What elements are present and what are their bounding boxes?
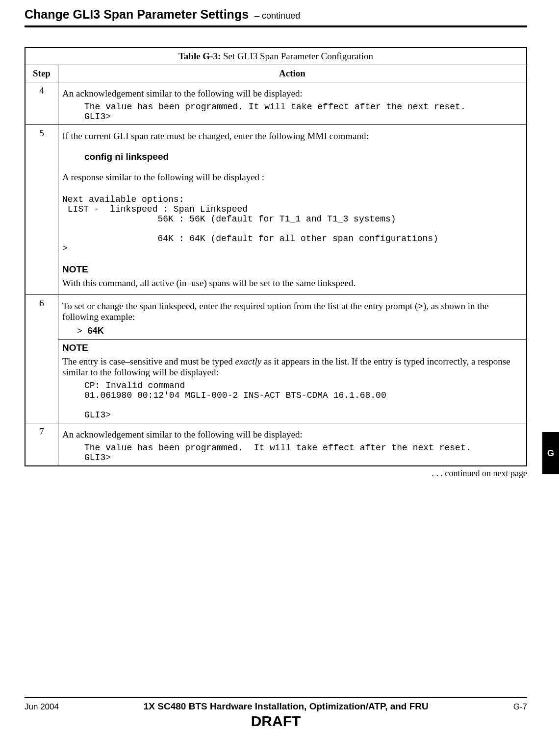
code-block: CP: Invalid command 01.061980 00:12'04 M… — [84, 381, 522, 420]
step-action: To set or change the span linkspeed, ent… — [58, 295, 527, 340]
code-block: The value has been programmed. It will t… — [84, 443, 522, 463]
config-table: Table G-3: Set GLI3 Span Parameter Confi… — [25, 47, 527, 466]
prompt-value: 64K — [88, 326, 104, 336]
footer: Jun 2004 1X SC480 BTS Hardware Installat… — [25, 697, 527, 730]
code-block: Next available options: LIST - linkspeed… — [62, 195, 522, 253]
prompt-symbol: > — [77, 326, 88, 336]
step-num: 4 — [25, 82, 58, 125]
intro-text: To set or change the span linkspeed, ent… — [62, 301, 522, 322]
intro-text: An acknowledgement similar to the follow… — [62, 88, 522, 99]
table-row: 5 If the current GLI span rate must be c… — [25, 125, 527, 295]
continued-label: – continued — [254, 11, 300, 21]
col-step: Step — [25, 65, 58, 82]
intro-text: An acknowledgement similar to the follow… — [62, 429, 522, 440]
col-action: Action — [58, 65, 527, 82]
footer-title: 1X SC480 BTS Hardware Installation, Opti… — [59, 701, 513, 712]
note-label: NOTE — [62, 342, 522, 353]
step-note: NOTE The entry is case–sensitive and mus… — [58, 340, 527, 423]
table-row: NOTE The entry is case–sensitive and mus… — [25, 340, 527, 423]
code-block: The value has been programmed. It will t… — [84, 102, 522, 122]
command-text: config ni linkspeed — [84, 151, 522, 162]
table-row: 7 An acknowledgement similar to the foll… — [25, 423, 527, 466]
footer-date: Jun 2004 — [25, 702, 59, 712]
step-action: An acknowledgement similar to the follow… — [58, 423, 527, 466]
response-intro: A response similar to the following will… — [62, 172, 522, 183]
note-label: NOTE — [62, 264, 522, 275]
step-num: 6 — [25, 295, 58, 423]
step-num: 5 — [25, 125, 58, 295]
prompt-example: > 64K — [77, 325, 522, 336]
page-title: Change GLI3 Span Parameter Settings — [25, 7, 249, 22]
note-text: With this command, all active (in–use) s… — [62, 278, 522, 289]
note-text: The entry is case–sensitive and must be … — [62, 356, 522, 378]
caption-text: Set GLI3 Span Parameter Configuration — [221, 51, 373, 61]
side-tab: G — [542, 432, 559, 474]
table-caption: Table G-3: Set GLI3 Span Parameter Confi… — [25, 48, 527, 65]
footer-page: G-7 — [513, 702, 527, 712]
step-action: An acknowledgement similar to the follow… — [58, 82, 527, 125]
page-header: Change GLI3 Span Parameter Settings – co… — [25, 7, 527, 27]
tab-letter: G — [542, 446, 559, 461]
caption-label: Table G-3: — [178, 51, 221, 61]
table-row: 6 To set or change the span linkspeed, e… — [25, 295, 527, 340]
draft-watermark: DRAFT — [25, 713, 527, 730]
step-action: If the current GLI span rate must be cha… — [58, 125, 527, 295]
step-num: 7 — [25, 423, 58, 466]
continued-note: . . . continued on next page — [25, 468, 527, 479]
table-row: 4 An acknowledgement similar to the foll… — [25, 82, 527, 125]
intro-text: If the current GLI span rate must be cha… — [62, 131, 522, 142]
